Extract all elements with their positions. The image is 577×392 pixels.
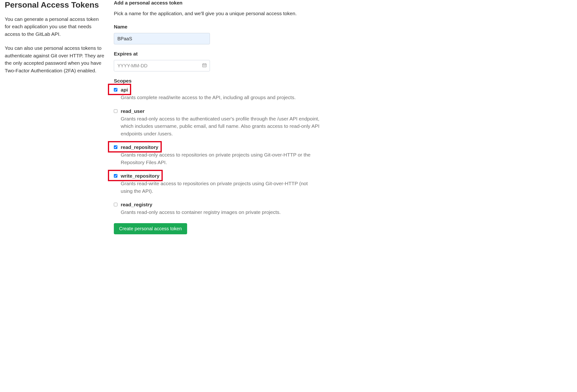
name-input[interactable] <box>114 33 210 44</box>
scope-name: read_repository <box>121 144 158 150</box>
sidebar-description-2: You can also use personal access tokens … <box>5 44 104 74</box>
scope-description: Grants complete read/write access to the… <box>121 94 320 101</box>
scope-name: api <box>121 87 128 93</box>
scope-description: Grants read-write access to repositories… <box>121 180 320 195</box>
scope-item-write_repository: write_repositoryGrants read-write access… <box>114 173 320 195</box>
scope-checkbox-write_repository[interactable] <box>114 174 117 178</box>
name-label: Name <box>114 24 320 30</box>
form-heading: Add a personal access token <box>114 0 320 6</box>
scope-name: read_user <box>121 108 144 114</box>
scope-name: read_registry <box>121 202 152 208</box>
create-token-button[interactable]: Create personal access token <box>114 223 187 234</box>
scope-description: Grants read-only access to container reg… <box>121 209 320 216</box>
expires-label: Expires at <box>114 51 320 57</box>
scope-description: Grants read-only access to repositories … <box>121 151 320 166</box>
sidebar-description-1: You can generate a personal access token… <box>5 15 104 38</box>
scope-item-read_registry: read_registryGrants read-only access to … <box>114 202 320 216</box>
scope-item-read_repository: read_repositoryGrants read-only access t… <box>114 144 320 166</box>
form-intro: Pick a name for the application, and we'… <box>114 10 320 17</box>
expires-input[interactable] <box>114 60 210 71</box>
scope-name: write_repository <box>121 173 159 179</box>
scope-checkbox-read_repository[interactable] <box>114 145 117 149</box>
scopes-label: Scopes <box>114 78 320 84</box>
scope-checkbox-read_registry[interactable] <box>114 203 117 206</box>
scope-checkbox-read_user[interactable] <box>114 109 117 113</box>
scope-checkbox-api[interactable] <box>114 88 117 92</box>
scope-description: Grants read-only access to the authentic… <box>121 115 320 138</box>
scope-item-api: apiGrants complete read/write access to … <box>114 87 320 101</box>
page-title: Personal Access Tokens <box>5 0 104 10</box>
scope-item-read_user: read_userGrants read-only access to the … <box>114 108 320 138</box>
